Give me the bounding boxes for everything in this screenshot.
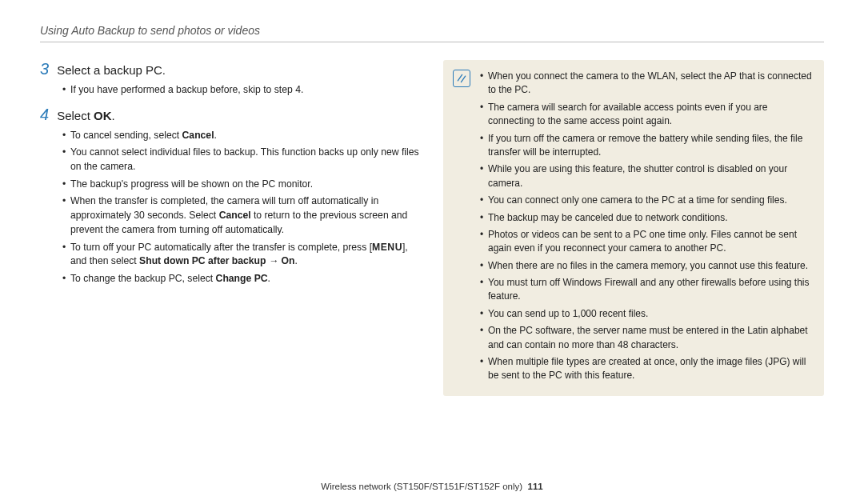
note-1: When you connect the camera to the WLAN,…	[480, 70, 813, 98]
b5-pre: To turn off your PC automatically after …	[70, 242, 372, 253]
note-12: When multiple file types are created at …	[480, 355, 813, 383]
note-box: When you connect the camera to the WLAN,…	[443, 60, 824, 396]
note-10: You can send up to 1,000 recent files.	[480, 307, 813, 321]
step-4-bullets: To cancel sending, select Cancel. You ca…	[40, 129, 424, 286]
b4-bold: Cancel	[219, 210, 251, 221]
step-4-title-post: .	[111, 109, 114, 122]
b5-bold: Shut down PC after backup → On	[139, 255, 294, 266]
step-3-bullets: If you have performed a backup before, s…	[40, 83, 424, 98]
note-5: You can connect only one camera to the P…	[480, 194, 813, 207]
step-3-number: 3	[40, 60, 49, 78]
b1-bold: Cancel	[182, 130, 214, 141]
note-2: The camera will search for available acc…	[480, 101, 813, 129]
step-3-title: Select a backup PC.	[57, 63, 166, 77]
step-3-bullet-1: If you have performed a backup before, s…	[62, 83, 424, 98]
content-columns: 3 Select a backup PC. If you have perfor…	[40, 60, 824, 396]
note-icon	[453, 70, 470, 87]
note-11: On the PC software, the server name must…	[480, 324, 813, 352]
step-4-bullet-5: To turn off your PC automatically after …	[62, 241, 424, 269]
page: Using Auto Backup to send photos or vide…	[0, 0, 864, 504]
page-footer: Wireless network (ST150F/ST151F/ST152F o…	[0, 482, 864, 491]
step-3-head: 3 Select a backup PC.	[40, 60, 424, 78]
note-6: The backup may be canceled due to networ…	[480, 211, 813, 225]
note-3: If you turn off the camera or remove the…	[480, 132, 813, 160]
step-4-head: 4 Select OK.	[40, 106, 424, 124]
header-rule	[40, 42, 824, 42]
b1-pre: To cancel sending, select	[70, 130, 182, 141]
step-4-bullet-6: To change the backup PC, select Change P…	[62, 272, 424, 286]
b6-post: .	[268, 273, 270, 284]
step-4-bullet-3: The backup's progress will be shown on t…	[62, 178, 424, 192]
page-number: 111	[528, 482, 543, 491]
note-4: While you are using this feature, the sh…	[480, 162, 813, 190]
step-4-bullet-4: When the transfer is completed, the came…	[62, 194, 424, 237]
step-4-title-pre: Select	[57, 109, 94, 122]
note-7: Photos or videos can be sent to a PC one…	[480, 228, 813, 256]
step-4-number: 4	[40, 106, 49, 124]
note-9: You must turn off Windows Firewall and a…	[480, 276, 813, 304]
b5-post: .	[294, 255, 297, 266]
menu-label: MENU	[372, 242, 402, 253]
section-header: Using Auto Backup to send photos or vide…	[40, 24, 824, 37]
left-column: 3 Select a backup PC. If you have perfor…	[40, 60, 424, 396]
b6-pre: To change the backup PC, select	[70, 273, 216, 284]
step-4-bullet-2: You cannot select individual files to ba…	[62, 146, 424, 174]
b6-bold: Change PC	[216, 273, 268, 284]
step-4-title-bold: OK	[94, 109, 112, 122]
step-3: 3 Select a backup PC. If you have perfor…	[40, 60, 424, 98]
note-8: When there are no files in the camera me…	[480, 259, 813, 273]
step-4: 4 Select OK. To cancel sending, select C…	[40, 106, 424, 286]
b1-post: .	[214, 130, 217, 141]
right-column: When you connect the camera to the WLAN,…	[443, 60, 824, 396]
step-4-bullet-1: To cancel sending, select Cancel.	[62, 129, 424, 143]
note-list: When you connect the camera to the WLAN,…	[480, 70, 813, 383]
step-4-title: Select OK.	[57, 109, 115, 122]
footer-text: Wireless network (ST150F/ST151F/ST152F o…	[321, 482, 522, 491]
